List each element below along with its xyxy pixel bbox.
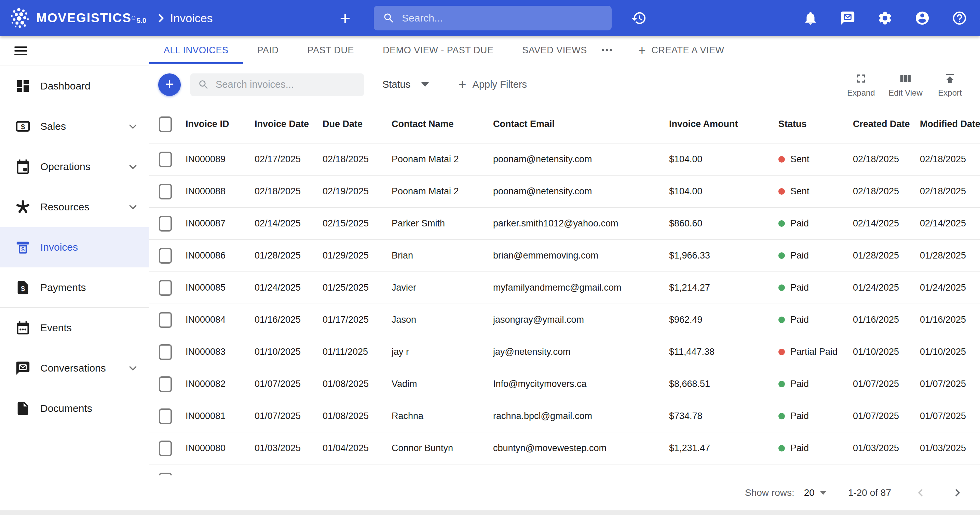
chevron-down-icon[interactable] [128, 162, 138, 172]
status-filter-label: Status [382, 79, 410, 90]
next-page-button[interactable] [950, 485, 965, 500]
cell-contact-name: Poonam Matai 2 [391, 154, 493, 165]
sidebar-item-sales[interactable]: $ Sales [0, 106, 149, 146]
table-row[interactable]: IN000088 02/18/2025 02/19/2025 Poonam Ma… [150, 176, 980, 208]
row-checkbox[interactable] [159, 312, 172, 328]
cell-invoice-amount: $1,231.47 [669, 443, 778, 453]
messages-button[interactable] [839, 9, 857, 27]
rows-per-page-select[interactable]: 20 [804, 487, 826, 498]
cell-due-date: 01/29/2025 [323, 250, 391, 261]
settings-button[interactable] [876, 9, 894, 27]
global-add-button[interactable]: + [333, 0, 357, 36]
cell-contact-name: Brian [391, 250, 493, 261]
invoice-search[interactable] [190, 73, 364, 96]
row-checkbox[interactable] [159, 248, 172, 264]
sidebar-item-events[interactable]: Events [0, 308, 149, 348]
table-row[interactable]: IN000081 01/07/2025 01/08/2025 Rachna ra… [150, 400, 980, 432]
cell-status: Paid [778, 315, 853, 325]
cell-contact-email: brian@emmemoving.com [493, 250, 669, 261]
cell-status: Partial Paid [778, 347, 853, 357]
export-button[interactable]: Export [932, 72, 968, 98]
row-checkbox[interactable] [159, 376, 172, 392]
row-checkbox[interactable] [159, 184, 172, 199]
invoice-search-input[interactable] [215, 79, 356, 91]
chevron-down-icon[interactable] [128, 363, 138, 373]
column-header-modified-date[interactable]: Modified Date [920, 119, 980, 129]
status-dot [778, 413, 785, 420]
edit-view-button[interactable]: Edit View [888, 72, 923, 98]
table-row[interactable]: IN000083 01/10/2025 01/11/2025 jay r jay… [150, 336, 980, 368]
status-label: Paid [791, 250, 809, 261]
column-header-created-date[interactable]: Created Date [853, 119, 920, 129]
help-button[interactable] [951, 9, 968, 27]
column-header-invoice-date[interactable]: Invoice Date [255, 119, 323, 129]
row-checkbox[interactable] [159, 409, 172, 424]
menu-icon[interactable] [14, 44, 27, 58]
table-row[interactable]: IN000080 01/03/2025 01/04/2025 Connor Bu… [150, 432, 980, 464]
resources-icon [15, 199, 31, 215]
cell-contact-email: rachna.bpcl@gmail.com [493, 411, 669, 421]
add-invoice-button[interactable]: + [158, 73, 181, 96]
row-checkbox[interactable] [159, 152, 172, 167]
table-row[interactable]: IN000086 01/28/2025 01/29/2025 Brian bri… [150, 240, 980, 272]
status-filter-dropdown[interactable]: Status [382, 79, 429, 90]
cell-status: Sent [778, 154, 853, 165]
row-checkbox[interactable] [159, 280, 172, 296]
sidebar-item-operations[interactable]: Operations [0, 146, 149, 187]
table-row[interactable]: IN000079 01/02/2025 01/03/2025 Mike S mi… [150, 464, 980, 475]
chevron-down-icon[interactable] [128, 121, 138, 132]
column-header-due-date[interactable]: Due Date [323, 119, 391, 129]
row-checkbox[interactable] [159, 440, 172, 456]
cell-contact-name: Vadim [391, 379, 493, 389]
tab-paid[interactable]: PAID [243, 36, 293, 64]
tab-all-invoices[interactable]: ALL INVOICES [150, 36, 243, 64]
plus-icon: + [458, 77, 466, 92]
events-icon [15, 320, 31, 336]
help-icon [951, 10, 967, 26]
sidebar-item-resources[interactable]: Resources [0, 187, 149, 227]
row-checkbox[interactable] [159, 216, 172, 232]
global-search[interactable] [374, 6, 612, 30]
history-button[interactable] [628, 0, 650, 36]
cell-invoice-id: IN000085 [186, 283, 255, 293]
row-checkbox[interactable] [159, 473, 172, 476]
select-all-checkbox[interactable] [159, 116, 172, 132]
column-header-contact-name[interactable]: Contact Name [391, 119, 493, 129]
table-row[interactable]: IN000089 02/17/2025 02/18/2025 Poonam Ma… [150, 143, 980, 176]
movegistics-logo-icon [8, 7, 31, 29]
tab-demo-view-past-due[interactable]: DEMO VIEW - PAST DUE [368, 36, 508, 64]
page-title: Invoices [170, 12, 213, 25]
global-search-input[interactable] [401, 12, 603, 24]
export-label: Export [938, 88, 961, 98]
column-header-invoice-amount[interactable]: Invoice Amount [669, 119, 778, 129]
chevron-down-icon[interactable] [128, 202, 138, 212]
previous-page-button[interactable] [913, 485, 928, 500]
sidebar-item-documents[interactable]: Documents [0, 388, 149, 429]
apply-filters-button[interactable]: + Apply Filters [458, 77, 527, 92]
notifications-button[interactable] [802, 9, 819, 27]
table-row[interactable]: IN000084 01/16/2025 01/17/2025 Jason jas… [150, 304, 980, 336]
sidebar-item-dashboard[interactable]: Dashboard [0, 66, 149, 106]
table-row[interactable]: IN000087 02/14/2025 02/15/2025 Parker Sm… [150, 208, 980, 240]
cell-invoice-date: 01/24/2025 [255, 283, 323, 293]
column-header-status[interactable]: Status [778, 119, 853, 129]
column-header-contact-email[interactable]: Contact Email [493, 119, 669, 129]
chevron-right-icon [950, 485, 965, 500]
dropdown-caret-icon [421, 82, 429, 87]
sidebar-item-conversations[interactable]: Conversations [0, 348, 149, 388]
column-header-invoice-id[interactable]: Invoice ID [186, 119, 255, 129]
tab-saved-views[interactable]: SAVED VIEWS [508, 36, 601, 64]
cell-invoice-amount: $104.00 [669, 154, 778, 165]
status-label: Partial Paid [791, 347, 837, 357]
table-row[interactable]: IN000085 01/24/2025 01/25/2025 Javier my… [150, 272, 980, 304]
create-a-view-button[interactable]: + CREATE A VIEW [636, 36, 727, 64]
apply-filters-label: Apply Filters [473, 79, 527, 90]
sidebar-item-payments[interactable]: $ Payments [0, 267, 149, 308]
table-row[interactable]: IN000082 01/07/2025 01/08/2025 Vadim Inf… [150, 368, 980, 400]
cell-contact-name: Parker Smith [391, 218, 493, 229]
account-button[interactable] [913, 9, 931, 27]
tab-past-due[interactable]: PAST DUE [293, 36, 369, 64]
row-checkbox[interactable] [159, 344, 172, 360]
expand-button[interactable]: Expand [843, 72, 879, 98]
sidebar-item-invoices[interactable]: $ Invoices [0, 227, 149, 267]
